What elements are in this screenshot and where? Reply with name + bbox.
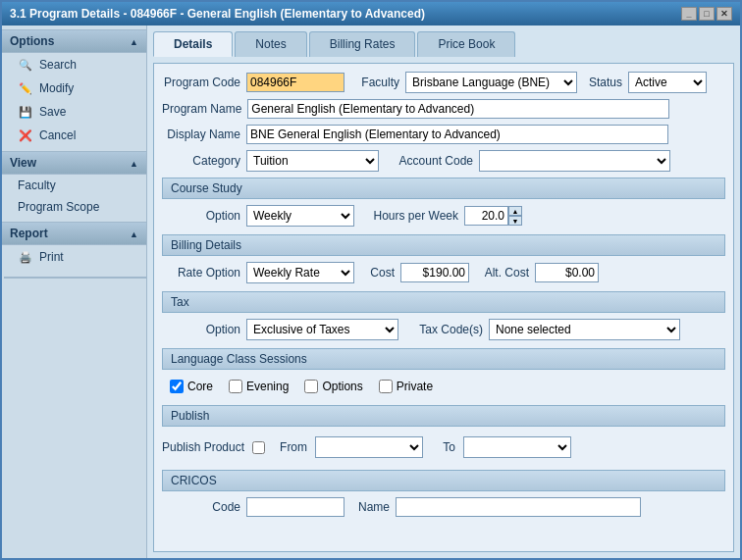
options-header[interactable]: Options bbox=[2, 29, 146, 53]
tab-details[interactable]: Details bbox=[153, 31, 233, 57]
tab-billing-rates[interactable]: Billing Rates bbox=[309, 31, 416, 57]
sidebar-item-modify[interactable]: Modify bbox=[2, 76, 146, 100]
view-header[interactable]: View bbox=[2, 151, 146, 175]
course-study-section: Course Study Option Weekly Hours per Wee… bbox=[162, 178, 725, 227]
cricos-code-label: Code bbox=[162, 500, 240, 514]
sidebar-item-cancel[interactable]: Cancel bbox=[2, 124, 146, 147]
cancel-icon bbox=[18, 127, 33, 143]
options-label: Options bbox=[322, 380, 362, 393]
tab-notes[interactable]: Notes bbox=[235, 31, 306, 57]
publish-product-checkbox[interactable] bbox=[252, 441, 265, 454]
program-code-input[interactable] bbox=[246, 73, 344, 92]
hours-down-button[interactable]: ▼ bbox=[508, 216, 522, 226]
course-study-row: Option Weekly Hours per Week ▲ ▼ bbox=[162, 205, 725, 227]
category-select[interactable]: Tuition bbox=[246, 150, 379, 172]
status-label: Status bbox=[583, 76, 622, 89]
cricos-header: CRICOS bbox=[162, 470, 725, 491]
maximize-button[interactable]: □ bbox=[699, 7, 715, 21]
evening-label: Evening bbox=[246, 380, 289, 393]
faculty-select[interactable]: Brisbane Language (BNE) bbox=[405, 72, 577, 93]
alt-cost-input[interactable] bbox=[535, 263, 599, 282]
publish-section: Publish Publish Product From To bbox=[162, 405, 725, 462]
status-select[interactable]: Active bbox=[628, 72, 707, 93]
tab-price-book[interactable]: Price Book bbox=[417, 31, 515, 57]
program-code-row: Program Code Faculty Brisbane Language (… bbox=[162, 72, 725, 93]
hours-spinner: ▲ ▼ bbox=[464, 206, 522, 226]
tax-option-select[interactable]: Exclusive of Taxes bbox=[246, 319, 398, 340]
report-header[interactable]: Report bbox=[2, 222, 146, 245]
tax-option-label: Option bbox=[162, 323, 240, 336]
billing-row: Rate Option Weekly Rate Cost Alt. Cost bbox=[162, 262, 725, 283]
to-label: To bbox=[431, 440, 455, 454]
options-section: Options Search Modify Save Cancel bbox=[2, 29, 146, 147]
form-panel: Program Code Faculty Brisbane Language (… bbox=[153, 63, 734, 552]
save-label: Save bbox=[39, 105, 66, 119]
view-section: View Faculty Program Scope bbox=[2, 151, 146, 218]
content-area: Details Notes Billing Rates Price Book P… bbox=[147, 25, 740, 558]
evening-checkbox[interactable] bbox=[229, 380, 242, 393]
cricos-row: Code Name bbox=[162, 497, 725, 517]
billing-header: Billing Details bbox=[162, 234, 725, 256]
course-option-select[interactable]: Weekly bbox=[246, 205, 354, 227]
sidebar-item-program-scope[interactable]: Program Scope bbox=[2, 196, 146, 218]
display-name-row: Display Name bbox=[162, 125, 725, 144]
tax-section: Tax Option Exclusive of Taxes Tax Code(s… bbox=[162, 291, 725, 340]
category-label: Category bbox=[162, 154, 240, 168]
core-checkbox[interactable] bbox=[170, 380, 184, 393]
main-content: Options Search Modify Save Cancel bbox=[2, 25, 740, 558]
report-section: Report Print bbox=[2, 222, 146, 269]
title-bar-buttons: _ □ ✕ bbox=[681, 7, 732, 21]
private-label: Private bbox=[397, 380, 433, 393]
program-name-label: Program Name bbox=[162, 102, 241, 116]
cricos-name-label: Name bbox=[350, 500, 390, 514]
display-name-input[interactable] bbox=[246, 125, 668, 144]
cricos-name-input[interactable] bbox=[396, 497, 641, 517]
tax-codes-label: Tax Code(s) bbox=[404, 323, 483, 336]
category-row: Category Tuition Account Code bbox=[162, 150, 725, 172]
publish-row: Publish Product From To bbox=[162, 433, 725, 462]
from-label: From bbox=[273, 440, 307, 454]
sidebar-item-save[interactable]: Save bbox=[2, 100, 146, 124]
search-label: Search bbox=[39, 58, 77, 72]
program-scope-label: Program Scope bbox=[18, 200, 99, 214]
to-select[interactable] bbox=[463, 436, 571, 458]
options-checkbox[interactable] bbox=[304, 380, 318, 393]
private-checkbox[interactable] bbox=[379, 380, 393, 393]
tab-bar: Details Notes Billing Rates Price Book bbox=[153, 31, 734, 57]
account-code-label: Account Code bbox=[385, 154, 473, 168]
publish-product-label: Publish Product bbox=[162, 440, 244, 454]
cost-input[interactable] bbox=[400, 263, 469, 282]
from-select[interactable] bbox=[315, 436, 423, 458]
core-checkbox-item: Core bbox=[170, 380, 213, 393]
print-label: Print bbox=[39, 250, 64, 264]
title-bar: 3.1 Program Details - 084966F - General … bbox=[2, 2, 740, 25]
hours-up-button[interactable]: ▲ bbox=[508, 206, 522, 216]
sidebar-item-search[interactable]: Search bbox=[2, 53, 146, 76]
tax-row: Option Exclusive of Taxes Tax Code(s) No… bbox=[162, 319, 725, 340]
hours-label: Hours per Week bbox=[360, 209, 458, 223]
minimize-button[interactable]: _ bbox=[681, 7, 697, 21]
hours-input[interactable] bbox=[464, 206, 508, 226]
alt-cost-label: Alt. Cost bbox=[475, 266, 529, 280]
tax-codes-select[interactable]: None selected bbox=[489, 319, 680, 340]
sidebar-item-faculty[interactable]: Faculty bbox=[2, 175, 146, 196]
cost-label: Cost bbox=[360, 266, 395, 280]
cricos-code-input[interactable] bbox=[246, 497, 344, 517]
tax-header: Tax bbox=[162, 291, 725, 313]
sidebar-divider bbox=[4, 277, 148, 279]
sidebar-item-print[interactable]: Print bbox=[2, 245, 146, 269]
sidebar: Options Search Modify Save Cancel bbox=[2, 25, 147, 558]
private-checkbox-item: Private bbox=[379, 380, 433, 393]
core-label: Core bbox=[187, 380, 213, 393]
program-code-label: Program Code bbox=[162, 76, 240, 89]
view-label: View bbox=[10, 156, 36, 170]
faculty-label: Faculty bbox=[350, 76, 399, 89]
program-name-input[interactable] bbox=[247, 99, 669, 119]
main-window: 3.1 Program Details - 084966F - General … bbox=[0, 0, 742, 560]
close-button[interactable]: ✕ bbox=[716, 7, 732, 21]
report-label: Report bbox=[10, 227, 48, 240]
modify-label: Modify bbox=[39, 81, 74, 95]
hours-spinner-buttons: ▲ ▼ bbox=[508, 206, 522, 226]
account-code-select[interactable] bbox=[479, 150, 670, 172]
rate-option-select[interactable]: Weekly Rate bbox=[246, 262, 354, 283]
